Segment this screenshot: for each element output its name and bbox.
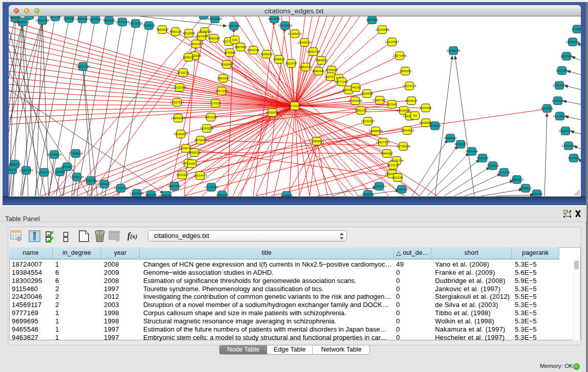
svg-text:9463627: 9463627 <box>405 99 418 102</box>
svg-text:9699695: 9699695 <box>420 121 432 124</box>
svg-text:15716485: 15716485 <box>204 185 219 189</box>
svg-text:8990448: 8990448 <box>312 69 325 73</box>
svg-text:3824554: 3824554 <box>361 92 374 95</box>
svg-text:20053346: 20053346 <box>76 64 90 68</box>
svg-text:20364436: 20364436 <box>348 99 362 102</box>
svg-text:15136141: 15136141 <box>372 184 386 188</box>
svg-text:7625402: 7625402 <box>176 173 189 177</box>
svg-text:1105332: 1105332 <box>63 16 75 20</box>
svg-text:10025438: 10025438 <box>397 108 411 112</box>
svg-text:10654112: 10654112 <box>510 178 524 181</box>
svg-text:19654983: 19654983 <box>171 116 185 120</box>
svg-text:13640910: 13640910 <box>297 40 312 44</box>
svg-text:9115460: 9115460 <box>420 106 432 110</box>
svg-text:1527602: 1527602 <box>89 17 102 21</box>
svg-text:10154808: 10154808 <box>375 28 389 31</box>
svg-text:7515526: 7515526 <box>143 24 156 27</box>
svg-text:8860124: 8860124 <box>169 30 182 33</box>
svg-text:1362615: 1362615 <box>299 65 312 69</box>
svg-text:12353594: 12353594 <box>200 126 214 130</box>
svg-text:15751074: 15751074 <box>565 40 580 43</box>
svg-text:39975887: 39975887 <box>60 165 74 168</box>
svg-text:252254: 252254 <box>393 176 403 179</box>
svg-text:2933114: 2933114 <box>476 156 489 160</box>
svg-text:16671355: 16671355 <box>128 21 143 25</box>
svg-text:16914479: 16914479 <box>193 173 207 177</box>
svg-text:12975115: 12975115 <box>402 84 417 87</box>
svg-text:20691406: 20691406 <box>35 18 50 22</box>
svg-text:1167531: 1167531 <box>568 156 580 160</box>
svg-text:11156829: 11156829 <box>19 168 33 172</box>
svg-text:3267130: 3267130 <box>205 115 217 119</box>
svg-text:16648784: 16648784 <box>446 49 461 52</box>
svg-text:10719155: 10719155 <box>115 20 129 24</box>
svg-text:117004: 117004 <box>210 101 221 105</box>
svg-text:9242848: 9242848 <box>221 62 233 66</box>
svg-text:20206556: 20206556 <box>47 152 61 156</box>
svg-text:12093872: 12093872 <box>552 83 567 87</box>
svg-text:15300295: 15300295 <box>265 111 279 114</box>
svg-text:8498222: 8498222 <box>188 150 201 154</box>
svg-text:7955812: 7955812 <box>315 58 328 62</box>
svg-text:17016504: 17016504 <box>561 144 576 147</box>
svg-text:17957253: 17957253 <box>83 179 98 182</box>
svg-text:1831642: 1831642 <box>531 192 543 195</box>
svg-text:9405571: 9405571 <box>16 20 29 24</box>
svg-text:9327503: 9327503 <box>195 34 208 38</box>
svg-text:9457791: 9457791 <box>168 184 181 188</box>
svg-text:7857224: 7857224 <box>228 24 241 28</box>
svg-text:3875685: 3875685 <box>224 51 236 54</box>
svg-text:7386372: 7386372 <box>355 108 367 112</box>
svg-text:15720407: 15720407 <box>361 119 375 123</box>
svg-text:12213967: 12213967 <box>385 40 399 43</box>
svg-text:11325419: 11325419 <box>288 32 302 35</box>
svg-text:10807487: 10807487 <box>373 98 387 102</box>
svg-text:10688609: 10688609 <box>368 129 383 133</box>
svg-text:8471636: 8471636 <box>498 170 511 174</box>
svg-text:9084067: 9084067 <box>381 151 394 155</box>
svg-text:8938913: 8938913 <box>444 136 457 140</box>
svg-text:19654923: 19654923 <box>400 128 415 132</box>
svg-text:8215956: 8215956 <box>541 106 554 110</box>
svg-text:9329966: 9329966 <box>560 54 573 58</box>
svg-text:1112843: 1112843 <box>571 27 581 31</box>
svg-text:9777169: 9777169 <box>336 80 349 83</box>
svg-text:9135514: 9135514 <box>280 193 293 196</box>
svg-text:16033809: 16033809 <box>208 17 222 20</box>
svg-text:7632621: 7632621 <box>487 164 499 167</box>
svg-text:1485061: 1485061 <box>9 162 21 166</box>
svg-text:1027730: 1027730 <box>49 16 62 18</box>
svg-text:9245612: 9245612 <box>519 186 532 190</box>
svg-text:17359914: 17359914 <box>69 151 83 155</box>
svg-text:2718176: 2718176 <box>177 71 190 74</box>
svg-text:12923445: 12923445 <box>129 191 144 195</box>
svg-text:19384554: 19384554 <box>310 139 324 143</box>
svg-text:2087682: 2087682 <box>366 18 379 21</box>
svg-text:546: 546 <box>232 38 238 41</box>
svg-text:1615132: 1615132 <box>387 163 400 167</box>
svg-text:6479197: 6479197 <box>454 142 467 146</box>
svg-text:16210643: 16210643 <box>553 114 567 118</box>
svg-text:10653287: 10653287 <box>75 17 90 20</box>
svg-text:10958157: 10958157 <box>97 182 112 186</box>
svg-text:1244415: 1244415 <box>552 99 564 102</box>
svg-text:7485063: 7485063 <box>399 69 412 73</box>
svg-text:7856572: 7856572 <box>362 192 375 196</box>
svg-text:9146821: 9146821 <box>260 52 273 56</box>
svg-text:2803144: 2803144 <box>217 76 230 80</box>
svg-text:9489: 9489 <box>188 162 195 165</box>
svg-text:12505135: 12505135 <box>70 175 84 179</box>
svg-text:2867608: 2867608 <box>234 45 247 49</box>
svg-text:8186328: 8186328 <box>208 36 221 40</box>
svg-text:62160: 62160 <box>387 102 397 106</box>
svg-text:19166825: 19166825 <box>173 132 188 136</box>
svg-text:1965319: 1965319 <box>23 16 36 17</box>
svg-text:16782759: 16782759 <box>114 186 128 190</box>
svg-text:39151: 39151 <box>9 168 17 171</box>
svg-text:8813054: 8813054 <box>268 17 281 20</box>
svg-text:1282344: 1282344 <box>145 193 158 196</box>
svg-text:746266: 746266 <box>351 85 361 89</box>
svg-text:9474444: 9474444 <box>466 149 478 153</box>
svg-text:9227342: 9227342 <box>556 69 569 72</box>
svg-text:8427552: 8427552 <box>215 89 228 93</box>
